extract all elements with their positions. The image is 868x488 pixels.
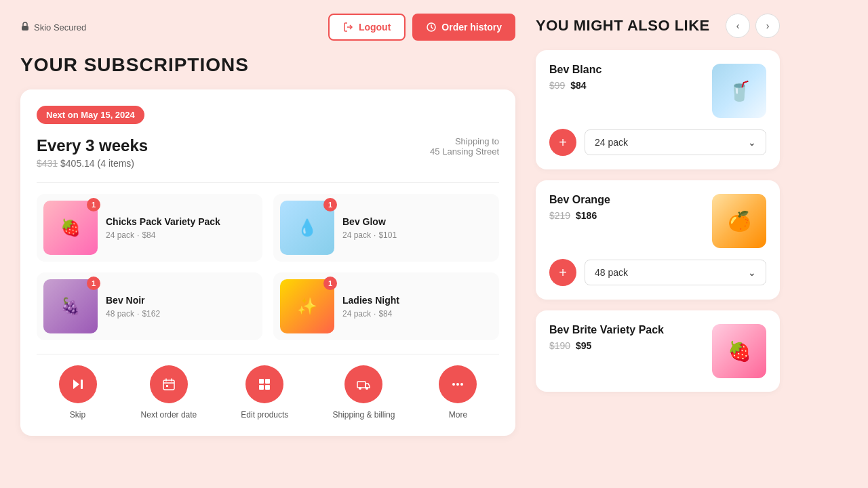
rec-product-price: $190 $95: [549, 340, 712, 351]
order-history-button[interactable]: Order history: [412, 14, 515, 41]
next-order-date-button[interactable]: Next order date: [141, 365, 197, 420]
product-image-wrap: 🍓 1: [43, 201, 98, 255]
truck-icon: [344, 365, 382, 403]
product-name: Chicks Pack Variety Pack: [106, 216, 256, 228]
rec-product-price: $219 $186: [549, 210, 712, 221]
svg-rect-3: [81, 380, 83, 389]
product-name: Bev Noir: [106, 294, 256, 306]
recommendations-header: YOU MIGHT ALSO LIKE ‹ ›: [536, 14, 780, 38]
skip-icon: [59, 365, 97, 403]
subscription-info-row: Every 3 weeks $431 $405.14 (4 items) Shi…: [37, 136, 499, 169]
shipping-billing-button[interactable]: Shipping & billing: [332, 365, 395, 420]
skip-label: Skip: [70, 410, 85, 420]
pack-selector[interactable]: 24 pack ⌄: [585, 129, 766, 155]
recommendation-card-bev-blanc: Bev Blanc $99 $84 🥤 + 24 pack ⌄: [536, 50, 780, 169]
list-item: 🍇 1 Bev Noir 48 pack·$162: [37, 272, 262, 340]
lock-icon: [20, 22, 30, 33]
product-meta: 48 pack·$162: [106, 309, 256, 319]
next-arrow-button[interactable]: ›: [755, 14, 780, 38]
more-button[interactable]: More: [439, 365, 477, 420]
svg-rect-5: [166, 385, 168, 387]
secure-label: Skio Secured: [20, 22, 86, 33]
svg-point-14: [456, 383, 459, 386]
svg-rect-9: [265, 385, 270, 390]
svg-rect-10: [357, 382, 366, 388]
logout-button[interactable]: Logout: [328, 14, 406, 41]
product-badge: 1: [87, 198, 100, 211]
more-icon: [439, 365, 477, 403]
calendar-icon: [150, 365, 188, 403]
rec-product-price: $99 $84: [549, 80, 712, 91]
list-item: 🍓 1 Chicks Pack Variety Pack 24 pack·$84: [37, 194, 262, 262]
next-order-date-label: Next order date: [141, 410, 197, 420]
svg-rect-7: [265, 379, 270, 384]
products-grid: 🍓 1 Chicks Pack Variety Pack 24 pack·$84…: [37, 194, 499, 340]
subscription-frequency: Every 3 weeks: [37, 136, 148, 155]
add-to-cart-button[interactable]: +: [549, 129, 576, 156]
list-item: 💧 1 Bev Glow 24 pack·$101: [273, 194, 499, 262]
action-buttons: Skip Next order date: [37, 354, 499, 420]
recommendations-panel: YOU MIGHT ALSO LIKE ‹ › Bev Blanc $99 $8…: [536, 14, 780, 474]
product-meta: 24 pack·$101: [342, 230, 492, 240]
svg-point-15: [460, 383, 463, 386]
svg-rect-6: [259, 379, 264, 384]
items-count: (4 items): [98, 158, 134, 169]
product-image-wrap: ✨ 1: [280, 279, 334, 333]
rec-product-name: Bev Orange: [549, 194, 712, 206]
skip-button[interactable]: Skip: [59, 365, 97, 420]
more-label: More: [449, 410, 467, 420]
pack-selector[interactable]: 48 pack ⌄: [585, 260, 766, 285]
product-image-wrap: 💧 1: [280, 201, 334, 255]
rec-product-image: 🍊: [712, 194, 766, 248]
svg-rect-4: [163, 380, 174, 390]
product-badge: 1: [87, 277, 100, 290]
subscription-card: Next on May 15, 2024 Every 3 weeks $431 …: [20, 89, 515, 436]
svg-point-13: [452, 383, 455, 386]
rec-product-image: 🥤: [712, 64, 766, 118]
svg-point-12: [366, 387, 368, 390]
shipping-info: Shipping to 45 Lansing Street: [430, 136, 499, 157]
prev-arrow-button[interactable]: ‹: [726, 14, 750, 38]
recommendation-card-bev-orange: Bev Orange $219 $186 🍊 + 48 pack ⌄: [536, 180, 780, 300]
rec-product-actions: + 24 pack ⌄: [549, 129, 766, 156]
shipping-billing-label: Shipping & billing: [332, 410, 395, 420]
svg-rect-8: [259, 385, 264, 390]
recommendation-card-bev-brite: Bev Brite Variety Pack $190 $95 🍓: [536, 310, 780, 392]
svg-point-11: [359, 387, 361, 390]
rec-product-image: 🍓: [712, 324, 766, 378]
product-meta: 24 pack·$84: [342, 309, 492, 319]
page-title: YOUR SUBSCRIPTIONS: [20, 54, 515, 76]
product-name: Ladies Night: [342, 294, 492, 306]
grid-icon: [245, 365, 283, 403]
product-meta: 24 pack·$84: [106, 230, 256, 240]
recommendations-title: YOU MIGHT ALSO LIKE: [536, 17, 710, 35]
header-actions: Logout Order history: [328, 14, 515, 41]
product-badge: 1: [323, 198, 337, 211]
rec-product-actions: + 48 pack ⌄: [549, 259, 766, 286]
edit-products-label: Edit products: [241, 410, 288, 420]
current-price: $405.14: [60, 158, 95, 169]
product-badge: 1: [323, 277, 337, 290]
product-image-wrap: 🍇 1: [43, 279, 98, 333]
product-name: Bev Glow: [342, 216, 492, 228]
list-item: ✨ 1 Ladies Night 24 pack·$84: [273, 272, 499, 340]
nav-arrows: ‹ ›: [726, 14, 780, 38]
svg-rect-0: [22, 26, 28, 30]
subscription-price: $431 $405.14 (4 items): [37, 158, 148, 169]
edit-products-button[interactable]: Edit products: [241, 365, 288, 420]
rec-product-name: Bev Blanc: [549, 64, 712, 76]
next-badge: Next on May 15, 2024: [37, 106, 144, 124]
add-to-cart-button[interactable]: +: [549, 259, 576, 286]
svg-marker-2: [73, 380, 79, 389]
original-price: $431: [37, 158, 58, 169]
rec-product-name: Bev Brite Variety Pack: [549, 324, 712, 336]
